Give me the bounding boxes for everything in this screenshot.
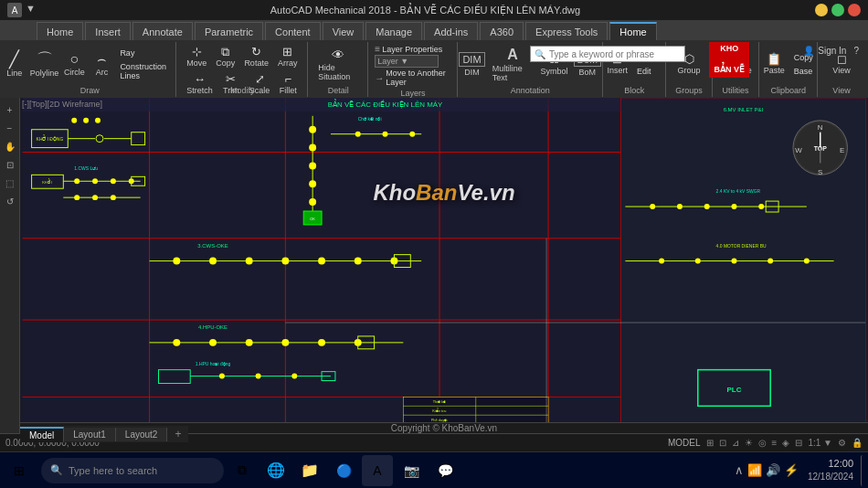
layer-dropdown[interactable]: Layer ▼: [375, 55, 439, 68]
taskbar-clock[interactable]: 12:00 12/18/2024: [808, 457, 853, 483]
tab-parametric[interactable]: Parametric: [195, 22, 263, 40]
move-to-layer-button[interactable]: Move to Another Layer: [386, 69, 450, 87]
lineweight-toggle[interactable]: ≡: [772, 438, 778, 448]
svg-point-76: [731, 204, 736, 209]
help-icon[interactable]: ?: [853, 46, 859, 56]
svg-text:Thiết kế:: Thiết kế:: [433, 399, 447, 404]
edge-button[interactable]: 🌐: [260, 455, 291, 486]
svg-point-89: [309, 126, 316, 133]
zoom-out-button[interactable]: −: [2, 120, 18, 136]
base-button[interactable]: Base: [790, 65, 817, 78]
lock-ui-button[interactable]: 🔒: [852, 438, 863, 448]
move-button[interactable]: ⊹ Move: [183, 44, 210, 69]
task-view-button[interactable]: ⧉: [227, 455, 258, 486]
tab-insert[interactable]: Insert: [85, 22, 131, 40]
array-button[interactable]: ⊞ Array: [274, 44, 302, 69]
svg-text:1.CWS Lưu: 1.CWS Lưu: [74, 166, 98, 171]
show-desktop-button[interactable]: [861, 455, 864, 486]
svg-point-37: [209, 258, 217, 265]
volume-icon[interactable]: 🔊: [766, 463, 780, 477]
construction-button[interactable]: Construction Lines: [116, 60, 177, 82]
grid-toggle[interactable]: ⊞: [706, 438, 714, 448]
annotation-scale[interactable]: 1:1 ▼: [808, 438, 832, 448]
model-tab[interactable]: Model: [20, 427, 64, 442]
svg-text:6.MV INLET P&I: 6.MV INLET P&I: [724, 107, 764, 112]
utilities-group-label: Utilities: [723, 86, 749, 95]
tab-expresstools[interactable]: Express Tools: [525, 22, 608, 40]
network-icon[interactable]: 📶: [747, 463, 762, 477]
osnap-toggle[interactable]: ◎: [758, 438, 767, 448]
zoom-extents-button[interactable]: ⊡: [2, 156, 18, 173]
svg-point-92: [309, 180, 316, 187]
orbit-button[interactable]: ↺: [2, 193, 18, 209]
line-button[interactable]: ╱ Line: [2, 49, 27, 80]
zoom-in-button[interactable]: +: [2, 101, 18, 118]
edit-block-button[interactable]: Edit: [633, 65, 665, 78]
copy-button[interactable]: ⧉ Copy: [212, 44, 238, 69]
tab-view[interactable]: View: [323, 22, 365, 40]
minimize-button[interactable]: [815, 4, 828, 16]
taskbar-search[interactable]: 🔍 Type here to search: [41, 458, 224, 483]
drawing-area[interactable]: BẢN VẼ CÁC ĐIỀU KIỆN LÊN MÁY KHỞI ĐỘNG 1…: [20, 98, 868, 442]
layer-properties-button[interactable]: Layer Properties: [382, 45, 442, 54]
layout1-tab[interactable]: Layout1: [64, 428, 116, 441]
svg-text:OK: OK: [310, 217, 315, 221]
maximize-button[interactable]: [831, 4, 844, 16]
svg-point-31: [74, 195, 79, 200]
search-bar[interactable]: 🔍: [530, 46, 685, 62]
snap-toggle[interactable]: ⊡: [719, 438, 726, 448]
signin-area[interactable]: 👤 Sign In ?: [803, 46, 859, 56]
tab-addins[interactable]: Add-ins: [424, 22, 478, 40]
transparency-toggle[interactable]: ◈: [782, 438, 789, 448]
svg-point-99: [383, 132, 388, 137]
svg-point-49: [281, 339, 289, 346]
annotation-group-label: Annotation: [511, 86, 550, 95]
construction-lines-button[interactable]: Ray: [116, 47, 177, 59]
tab-content[interactable]: Content: [265, 22, 321, 40]
chevron-up-icon[interactable]: ∧: [735, 463, 744, 477]
arc-button[interactable]: ⌢ Arc: [89, 50, 114, 79]
search-input[interactable]: [549, 49, 681, 59]
battery-icon[interactable]: ⚡: [784, 463, 799, 477]
circle-button[interactable]: ○ Circle: [61, 50, 87, 79]
dim-button[interactable]: DIM DIM: [457, 50, 486, 79]
tab-manage[interactable]: Manage: [365, 22, 422, 40]
chrome-button[interactable]: 🔵: [328, 455, 359, 486]
window-controls[interactable]: [815, 4, 861, 16]
tab-home[interactable]: Home: [37, 22, 83, 40]
add-layout-button[interactable]: +: [167, 426, 188, 442]
autocad-button[interactable]: A: [362, 455, 393, 486]
app-button-6[interactable]: 💬: [429, 455, 460, 486]
app-button-5[interactable]: 📷: [396, 455, 427, 486]
start-button[interactable]: ⊞: [4, 455, 35, 486]
ortho-toggle[interactable]: ⊿: [732, 438, 739, 448]
close-button[interactable]: [848, 4, 861, 16]
svg-point-93: [309, 198, 316, 206]
zoom-window-button[interactable]: ⬚: [2, 175, 18, 191]
layout2-tab[interactable]: Layout2: [116, 428, 168, 441]
model-space-indicator[interactable]: MODEL: [668, 438, 701, 448]
workspace-toggle[interactable]: ⚙: [838, 438, 846, 448]
stretch-button[interactable]: ↔ Stretch: [183, 71, 217, 97]
svg-point-100: [409, 132, 415, 137]
taskbar-icons: ∧ 📶 🔊 ⚡: [735, 463, 799, 477]
polar-toggle[interactable]: ☀: [745, 438, 753, 448]
tab-annotate[interactable]: Annotate: [132, 22, 193, 40]
svg-point-57: [256, 374, 261, 379]
tab-a360[interactable]: A360: [480, 22, 524, 40]
svg-point-38: [246, 258, 253, 265]
qprops-toggle[interactable]: ⊟: [795, 438, 802, 448]
polyline-button[interactable]: ⌒ Polyline: [29, 49, 60, 80]
app-logo: KHO BẢN VẼ: [709, 42, 749, 78]
signin-label[interactable]: Sign In: [818, 46, 846, 56]
explorer-button[interactable]: 📁: [294, 455, 325, 486]
svg-text:Kiểm tra:: Kiểm tra:: [432, 408, 447, 413]
hide-situation-button[interactable]: 👁 Hide Situation: [314, 46, 362, 83]
svg-point-20: [95, 118, 101, 123]
tab-home-active[interactable]: Home: [609, 22, 656, 40]
fillet-button[interactable]: ⌐ Fillet: [275, 71, 301, 97]
paste-button[interactable]: 📋 Paste: [760, 51, 789, 77]
clock-date: 12/18/2024: [808, 471, 853, 483]
rotate-button[interactable]: ↻ Rotate: [240, 44, 272, 69]
pan-button[interactable]: ✋: [2, 138, 18, 154]
